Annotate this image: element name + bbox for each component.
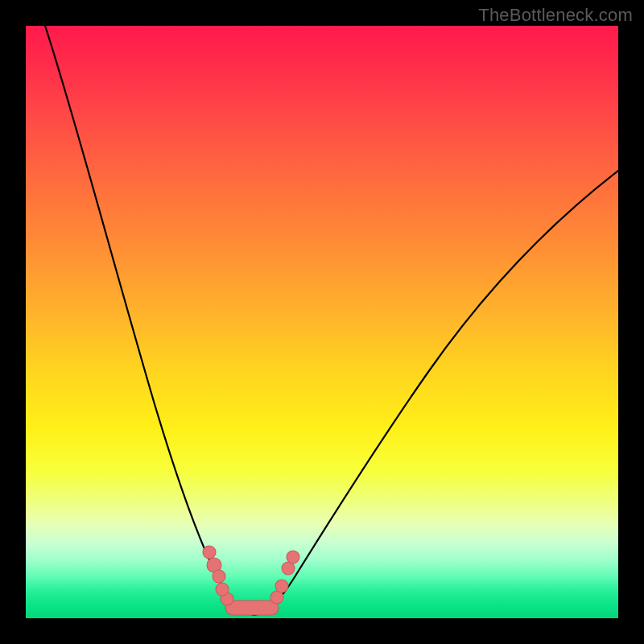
data-point	[213, 570, 225, 583]
bottleneck-curve	[26, 26, 618, 618]
data-point	[287, 551, 299, 564]
trough-cluster	[225, 601, 279, 615]
watermark-text: TheBottleneck.com	[478, 5, 633, 26]
data-point	[282, 562, 295, 575]
chart-plot-area	[26, 26, 618, 618]
data-point	[207, 558, 221, 572]
data-point	[203, 546, 216, 559]
data-point	[275, 580, 288, 592]
curve-right	[254, 171, 618, 615]
data-point	[270, 591, 283, 604]
curve-left	[45, 26, 254, 615]
data-point	[216, 583, 229, 596]
data-point	[221, 592, 233, 605]
chart-frame: TheBottleneck.com	[0, 0, 644, 644]
